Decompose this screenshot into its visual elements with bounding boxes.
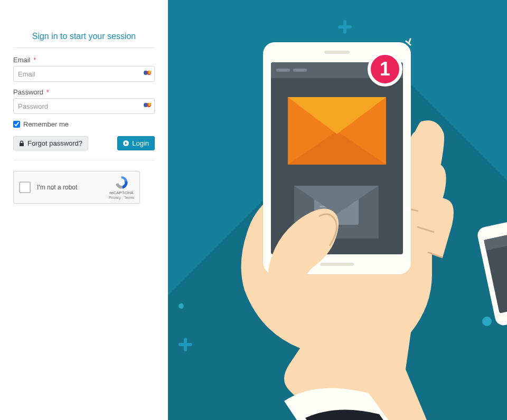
required-mark: * (33, 56, 36, 64)
credential-icon[interactable] (143, 101, 152, 111)
button-row: Forgot password? Login (13, 136, 155, 150)
forgot-password-label: Forgot password? (27, 139, 82, 147)
recaptcha-label: I'm not a robot (37, 184, 109, 191)
forgot-password-button[interactable]: Forgot password? (13, 136, 88, 150)
email-label: Email * (13, 56, 155, 64)
password-label: Password * (13, 88, 155, 96)
required-mark: * (46, 88, 49, 96)
recaptcha-logo: reCAPTCHA Privacy - Terms (109, 175, 134, 199)
password-label-text: Password (13, 88, 43, 96)
page-title: Sign in to start your session (13, 32, 155, 41)
credential-icon[interactable] (143, 69, 152, 79)
plus-icon (338, 20, 352, 34)
arrow-right-circle-icon (123, 140, 129, 146)
notification-badge: 1 (368, 52, 402, 87)
envelope-icon (288, 97, 386, 165)
dot-icon (179, 303, 184, 309)
recaptcha-checkbox[interactable] (19, 182, 31, 193)
remember-me-label: Remember me (23, 120, 69, 128)
recaptcha-widget[interactable]: I'm not a robot reCAPTCHA Privacy - Term… (13, 171, 140, 204)
email-label-text: Email (13, 56, 31, 64)
badge-count: 1 (380, 58, 390, 80)
password-group: Password * (13, 88, 155, 114)
remember-me-checkbox[interactable] (13, 121, 20, 128)
email-group: Email * (13, 56, 155, 82)
recaptcha-brand: reCAPTCHA (109, 190, 134, 195)
login-panel: Sign in to start your session Email * Pa… (0, 0, 168, 420)
plus-icon (179, 338, 192, 351)
recaptcha-links[interactable]: Privacy - Terms (109, 196, 134, 199)
illustration-panel: 1 (168, 0, 507, 420)
login-button-label: Login (132, 139, 149, 147)
login-button[interactable]: Login (117, 136, 155, 150)
lock-icon (19, 140, 24, 147)
password-input[interactable] (13, 98, 155, 114)
thumb-illustration (268, 191, 369, 307)
remember-me-row[interactable]: Remember me (13, 120, 155, 128)
divider (13, 47, 155, 48)
divider (13, 160, 155, 160)
email-input[interactable] (13, 66, 155, 82)
